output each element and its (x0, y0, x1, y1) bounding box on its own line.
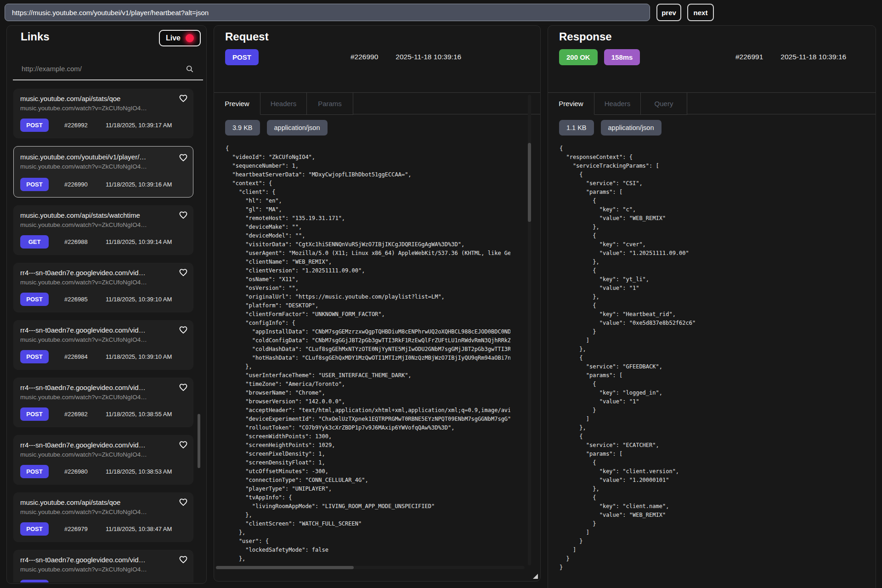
favorite-heart-icon[interactable] (179, 153, 188, 162)
live-toggle-button[interactable]: Live (159, 30, 201, 46)
json-line: }, (226, 554, 510, 563)
json-line: { (560, 170, 866, 179)
json-line: } (560, 520, 866, 528)
json-line: ] (560, 415, 866, 424)
json-line: "user": { (226, 537, 510, 546)
json-line: "context": { (226, 179, 510, 188)
json-line: "coldHashData": "CLuf8sgGEhMxNTYzOTE0NjY… (226, 345, 510, 354)
list-item[interactable]: music.youtube.com/youtubei/v1/player/… m… (13, 146, 193, 198)
request-method-badge: POST (225, 49, 259, 65)
response-panel-title: Response (559, 30, 612, 43)
list-item-page-url: music.youtube.com/watch?v=ZkCUfoNgIO4… (20, 105, 187, 112)
json-line: { (560, 266, 866, 275)
json-line: "hotHashData": "CLuf8sgGEhQxMDY1MzQwOTI1… (226, 354, 510, 362)
links-list: music.youtube.com/api/stats/qoe music.yo… (13, 81, 193, 582)
list-item-url: rr4---sn-t0aedn7e.googlevideo.com/vid… (20, 384, 187, 391)
next-button[interactable]: next (687, 4, 714, 21)
json-line: "utcOffsetMinutes": -300, (226, 467, 510, 476)
list-item-url: music.youtube.com/youtubei/v1/player/… (20, 153, 187, 161)
favorite-heart-icon[interactable] (179, 210, 188, 220)
json-line: "value": "1.20251111.09.00" (560, 249, 866, 258)
json-line: { (560, 432, 866, 441)
request-number: #226985 (64, 296, 95, 303)
list-item-url: music.youtube.com/api/stats/qoe (20, 95, 187, 102)
search-input[interactable] (21, 64, 196, 73)
json-line: { (560, 301, 866, 310)
json-line: "originalUrl": "https://music.youtube.co… (226, 293, 510, 301)
tab[interactable]: Params (307, 93, 353, 115)
response-body-preview: { "responseContext": { "serviceTrackingP… (560, 144, 866, 588)
favorite-heart-icon[interactable] (179, 498, 188, 507)
json-line: "params": [ (560, 371, 866, 380)
tab[interactable]: Preview (214, 93, 260, 115)
json-line: "gl": "MA", (226, 205, 510, 214)
json-line: "screenDensityFloat": 1, (226, 458, 510, 467)
json-line: { (226, 144, 510, 153)
favorite-heart-icon[interactable] (179, 268, 188, 277)
favorite-heart-icon[interactable] (179, 94, 188, 103)
json-line: "hl": "en", (226, 197, 510, 205)
method-badge: POST (20, 465, 49, 478)
json-line: "playerType": "UNIPLAYER", (226, 485, 510, 493)
request-body-preview: { "videoId": "ZkCUfoNgIO4", "sequenceNum… (226, 144, 510, 565)
url-input[interactable] (5, 4, 650, 21)
method-badge: POST (20, 119, 49, 132)
json-line: "osName": "X11", (226, 275, 510, 284)
payload-size-badge: 3.9 KB (225, 120, 260, 136)
json-line: }, (560, 293, 866, 301)
response-panel: Response 200 OK 158ms #226991 2025-11-18… (548, 25, 876, 588)
json-line: "sequenceNumber": 1, (226, 162, 510, 170)
live-toggle-label: Live (166, 34, 181, 42)
response-tabs: Preview Headers Query (548, 92, 876, 115)
json-line: "key": "Heartbeat_rid", (560, 310, 866, 319)
search-divider (13, 79, 203, 80)
search-icon[interactable] (185, 64, 194, 75)
request-horizontal-scrollbar-thumb[interactable] (216, 566, 354, 569)
json-line: { (560, 380, 866, 389)
resize-grip-icon[interactable] (533, 574, 538, 579)
tab[interactable]: Headers (594, 93, 641, 115)
list-item[interactable]: rr4---sn-t0aedn7e.googlevideo.com/vid… m… (13, 550, 193, 582)
json-line: }, (560, 258, 866, 266)
tab[interactable]: Headers (260, 93, 307, 115)
json-line: }, (226, 528, 510, 537)
list-item[interactable]: rr4---sn-t0aedn7e.googlevideo.com/vid… m… (13, 320, 193, 370)
json-line: "browserName": "Chrome", (226, 389, 510, 397)
request-panel-title: Request (225, 30, 269, 43)
favorite-heart-icon[interactable] (179, 555, 188, 564)
favorite-heart-icon[interactable] (179, 325, 188, 334)
live-indicator-icon (186, 34, 194, 42)
request-timestamp: 11/18/2025, 10:39:10 AM (106, 296, 172, 303)
json-line: "service": "CSI", (560, 179, 866, 188)
json-line: }, (560, 345, 866, 354)
json-line: "platform": "DESKTOP", (226, 301, 510, 310)
json-line: }, (226, 511, 510, 520)
tab[interactable]: Preview (548, 93, 594, 115)
list-item[interactable]: rr4---sn-t0aedn7e.googlevideo.com/vid… m… (13, 378, 193, 427)
json-line: "service": "ECATCHER", (560, 441, 866, 450)
json-line: "videoId": "ZkCUfoNgIO4", (226, 153, 510, 162)
json-line: "timeZone": "America/Toronto", (226, 380, 510, 389)
request-number: #226980 (64, 468, 95, 475)
list-item[interactable]: rr4---sn-t0aedn7e.googlevideo.com/vid… m… (13, 435, 193, 485)
list-item[interactable]: music.youtube.com/api/stats/qoe music.yo… (13, 492, 193, 542)
list-item-meta: POST #226990 11/18/2025, 10:39:16 AM (20, 178, 172, 191)
list-item[interactable]: music.youtube.com/api/stats/watchtime mu… (13, 205, 193, 255)
favorite-heart-icon[interactable] (179, 383, 188, 392)
request-timestamp: 11/18/2025, 10:38:53 AM (106, 468, 172, 475)
list-item-meta: POST #226979 11/18/2025, 10:38:47 AM (20, 522, 172, 536)
json-line: "rolloutToken": "CO7b9Yyk3cXrZBDP1p7v9J6… (226, 424, 510, 432)
response-number: #226991 (735, 53, 763, 61)
prev-button[interactable]: prev (656, 4, 681, 21)
tab[interactable]: Query (641, 93, 687, 115)
list-item-url: rr4---sn-t0aedn7e.googlevideo.com/vid… (20, 269, 187, 277)
list-item[interactable]: music.youtube.com/api/stats/qoe music.yo… (13, 89, 193, 138)
json-line: "lockedSafetyMode": false (226, 546, 510, 554)
list-item-url: music.youtube.com/api/stats/watchtime (20, 211, 187, 219)
request-vertical-scrollbar-thumb[interactable] (528, 143, 531, 222)
list-item-meta: GET #226988 11/18/2025, 10:39:14 AM (20, 235, 172, 249)
links-scrollbar-thumb[interactable] (198, 414, 200, 468)
favorite-heart-icon[interactable] (179, 440, 188, 449)
list-item[interactable]: rr4---sn-t0aedn7e.googlevideo.com/vid… m… (13, 263, 193, 312)
json-line: "serviceTrackingParams": [ (560, 162, 866, 170)
